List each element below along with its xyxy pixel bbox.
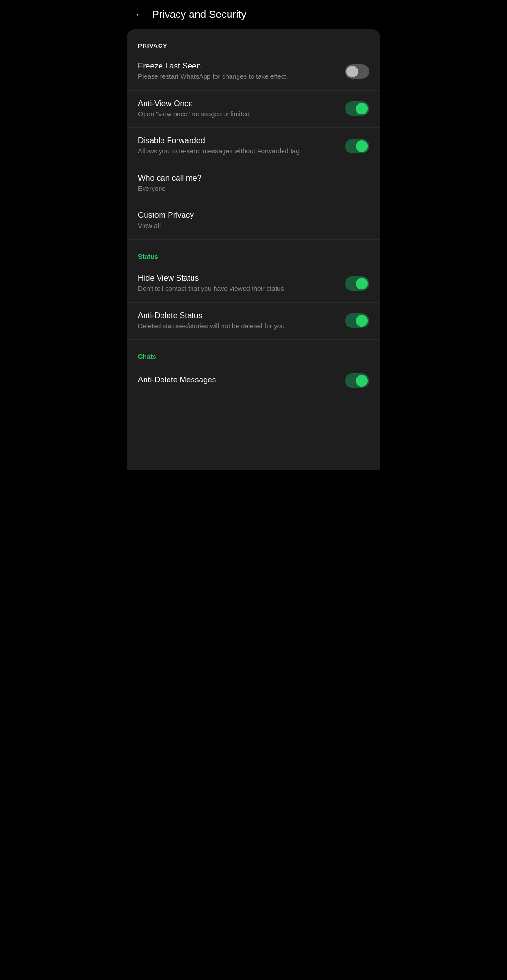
toggle-slider-anti-delete-status xyxy=(345,313,369,328)
section-header-chats: Chats xyxy=(127,340,380,365)
page-title: Privacy and Security xyxy=(152,8,246,21)
setting-subtitle-freeze-last-seen: Please restart WhatsApp for changes to t… xyxy=(138,72,338,82)
setting-subtitle-anti-view-once: Open "view once" messages unlimited xyxy=(138,110,338,119)
toggle-slider-hide-view-status xyxy=(345,276,369,291)
back-button[interactable]: ← xyxy=(134,8,145,21)
setting-subtitle-hide-view-status: Don't tell contact that you have viewed … xyxy=(138,284,338,294)
setting-text-hide-view-status: Hide View StatusDon't tell contact that … xyxy=(138,273,345,294)
toggle-disable-forwarded[interactable] xyxy=(345,139,369,153)
setting-title-custom-privacy: Custom Privacy xyxy=(138,211,338,220)
setting-text-anti-delete-messages: Anti-Delete Messages xyxy=(138,375,345,386)
setting-title-anti-view-once: Anti-View Once xyxy=(138,99,338,108)
back-icon: ← xyxy=(134,8,145,21)
toggle-anti-delete-status[interactable] xyxy=(345,313,369,328)
screen: ← Privacy and Security PRIVACYFreeze Las… xyxy=(127,0,380,470)
setting-item-anti-delete-messages[interactable]: Anti-Delete Messages xyxy=(127,365,380,396)
content-area: PRIVACYFreeze Last SeenPlease restart Wh… xyxy=(127,29,380,470)
toggle-slider-disable-forwarded xyxy=(345,139,369,153)
toggle-freeze-last-seen[interactable] xyxy=(345,64,369,79)
setting-text-who-can-call: Who can call me?Everyone xyxy=(138,174,345,194)
setting-text-disable-forwarded: Disable ForwardedAllows you to re-send m… xyxy=(138,136,345,156)
toggle-slider-freeze-last-seen xyxy=(345,64,369,79)
setting-item-disable-forwarded[interactable]: Disable ForwardedAllows you to re-send m… xyxy=(127,128,380,165)
setting-subtitle-disable-forwarded: Allows you to re-send messages without F… xyxy=(138,147,338,156)
toggle-anti-delete-messages[interactable] xyxy=(345,373,369,388)
setting-title-anti-delete-status: Anti-Delete Status xyxy=(138,311,338,320)
setting-text-anti-view-once: Anti-View OnceOpen "view once" messages … xyxy=(138,99,345,119)
setting-item-hide-view-status[interactable]: Hide View StatusDon't tell contact that … xyxy=(127,265,380,303)
toggle-hide-view-status[interactable] xyxy=(345,276,369,291)
setting-item-custom-privacy[interactable]: Custom PrivacyView all xyxy=(127,202,380,240)
setting-item-freeze-last-seen[interactable]: Freeze Last SeenPlease restart WhatsApp … xyxy=(127,53,380,91)
toggle-slider-anti-delete-messages xyxy=(345,373,369,388)
toggle-anti-view-once[interactable] xyxy=(345,101,369,116)
section-header-status: Status xyxy=(127,240,380,265)
setting-item-anti-delete-status[interactable]: Anti-Delete StatusDeleted statuses/stori… xyxy=(127,303,380,340)
section-header-privacy: PRIVACY xyxy=(127,33,380,53)
header: ← Privacy and Security xyxy=(127,0,380,29)
setting-subtitle-who-can-call: Everyone xyxy=(138,184,338,194)
setting-item-who-can-call[interactable]: Who can call me?Everyone xyxy=(127,165,380,203)
setting-title-hide-view-status: Hide View Status xyxy=(138,273,338,283)
setting-subtitle-custom-privacy: View all xyxy=(138,221,338,231)
setting-subtitle-anti-delete-status: Deleted statuses/stories will not be del… xyxy=(138,322,338,331)
setting-title-who-can-call: Who can call me? xyxy=(138,174,338,183)
setting-text-freeze-last-seen: Freeze Last SeenPlease restart WhatsApp … xyxy=(138,61,345,82)
setting-text-anti-delete-status: Anti-Delete StatusDeleted statuses/stori… xyxy=(138,311,345,331)
setting-item-anti-view-once[interactable]: Anti-View OnceOpen "view once" messages … xyxy=(127,91,380,128)
toggle-slider-anti-view-once xyxy=(345,101,369,116)
setting-title-freeze-last-seen: Freeze Last Seen xyxy=(138,61,338,71)
setting-title-anti-delete-messages: Anti-Delete Messages xyxy=(138,375,338,385)
setting-text-custom-privacy: Custom PrivacyView all xyxy=(138,211,345,231)
setting-title-disable-forwarded: Disable Forwarded xyxy=(138,136,338,145)
